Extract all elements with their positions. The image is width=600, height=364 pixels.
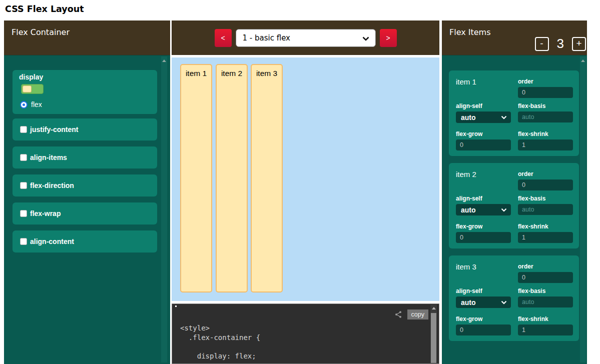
order-label: order [518,263,573,270]
display-label: display [19,73,43,81]
flex-shrink-input[interactable] [518,140,573,150]
flex-items-panel: Flex Items - 3 + item 1 order align-self… [442,20,587,364]
preview-panel: < 1 - basic flex > item 1 item 2 item 3 … [172,20,439,364]
item-card-2: item 2 order align-self auto flex-basis … [449,163,579,248]
order-input[interactable] [518,272,573,283]
prev-example-button[interactable]: < [215,29,232,47]
flex-shrink-label: flex-shrink [518,130,573,138]
flex-wrap-label: flex-wrap [30,210,61,218]
align-self-value: auto [461,206,476,214]
scroll-up-icon[interactable] [162,60,166,62]
flex-radio[interactable] [20,101,28,108]
flex-direction-label: flex-direction [30,182,74,190]
align-self-select[interactable]: auto [456,204,511,216]
flex-container-preview: item 1 item 2 item 3 [172,58,439,301]
item-card-3: item 3 order align-self auto flex-basis … [449,256,579,341]
flex-item-1: item 1 [180,64,212,292]
property-card-align-items: align-items [13,146,157,168]
flex-grow-label: flex-grow [456,316,511,322]
code-panel: copy <style> .flex-container { display: … [172,304,439,364]
scroll-up-icon[interactable] [432,307,436,310]
align-items-label: align-items [30,154,67,162]
flex-shrink-input[interactable] [518,232,573,243]
flex-basis-label: flex-basis [518,288,573,294]
flex-container-title: Flex Container [12,28,70,37]
align-self-label: align-self [456,102,511,110]
chevron-down-icon [501,116,507,120]
flex-items-title: Flex Items [449,28,491,37]
next-example-button[interactable]: > [380,29,397,47]
property-card-align-content: align-content [13,230,157,252]
item-card-title: item 1 [456,78,476,86]
flex-shrink-label: flex-shrink [518,316,573,322]
flex-basis-input[interactable] [518,296,573,308]
flex-container-header: Flex Container [4,20,170,55]
flex-direction-checkbox[interactable] [20,182,27,189]
align-self-value: auto [461,114,476,122]
code-text: <style> .flex-container { display: flex; [180,324,260,361]
justify-content-label: justify-content [30,126,78,134]
example-select-value: 1 - basic flex [243,34,291,42]
flex-container-body: display flex justify-content align-items… [4,55,170,364]
display-card: display flex [13,70,157,114]
remove-item-button[interactable]: - [535,37,549,51]
flex-shrink-input[interactable] [518,324,573,336]
display-toggle[interactable] [21,84,44,94]
copy-button[interactable]: copy [407,310,428,320]
flex-item-3: item 3 [251,64,283,292]
property-card-flex-direction: flex-direction [13,174,157,196]
share-icon[interactable] [394,310,402,318]
flex-container-scrollbar[interactable] [161,56,167,362]
property-card-justify-content: justify-content [13,118,157,140]
flex-items-body: item 1 order align-self auto flex-basis … [442,55,587,364]
flex-basis-input[interactable] [518,112,573,122]
chevron-down-icon [362,36,370,42]
align-self-value: auto [461,298,476,306]
flex-container-panel: Flex Container display flex justify-cont… [4,20,170,364]
flex-grow-input[interactable] [456,232,511,243]
align-self-select[interactable]: auto [456,112,511,123]
flex-grow-input[interactable] [456,324,511,336]
property-card-flex-wrap: flex-wrap [13,202,157,224]
align-self-label: align-self [456,288,511,294]
justify-content-checkbox[interactable] [20,126,27,133]
flex-item-2: item 2 [216,64,248,292]
flex-shrink-label: flex-shrink [518,223,573,230]
flex-basis-input[interactable] [518,204,573,215]
item-count: 3 [557,36,564,52]
flex-items-header: Flex Items - 3 + [442,20,587,55]
preview-header: < 1 - basic flex > [172,20,439,55]
order-input[interactable] [518,180,573,190]
chevron-down-icon [501,300,507,304]
flex-basis-label: flex-basis [518,195,573,202]
scroll-up-icon[interactable] [581,60,585,62]
code-scrollbar-thumb[interactable] [431,313,436,363]
item-card-title: item 2 [456,170,476,178]
align-self-select[interactable]: auto [456,296,511,308]
flex-items-scrollbar[interactable] [580,56,586,362]
code-bullet-dot [175,306,177,307]
flex-wrap-checkbox[interactable] [20,210,27,217]
flex-grow-label: flex-grow [456,223,511,230]
example-select[interactable]: 1 - basic flex [236,29,376,47]
align-self-label: align-self [456,195,511,202]
item-card-1: item 1 order align-self auto flex-basis … [449,70,579,156]
flex-radio-label: flex [31,100,42,108]
order-label: order [518,170,573,178]
flex-grow-input[interactable] [456,140,511,150]
align-items-checkbox[interactable] [20,154,27,161]
flex-basis-label: flex-basis [518,102,573,110]
order-label: order [518,78,573,85]
flex-grow-label: flex-grow [456,130,511,138]
display-toggle-knob [23,86,32,92]
item-card-title: item 3 [456,262,476,271]
order-input[interactable] [518,87,573,98]
code-scrollbar[interactable] [430,304,437,363]
align-content-checkbox[interactable] [20,238,27,245]
page-title: CSS Flex Layout [5,4,84,14]
chevron-down-icon [501,208,507,212]
add-item-button[interactable]: + [572,37,586,51]
align-content-label: align-content [30,238,74,246]
